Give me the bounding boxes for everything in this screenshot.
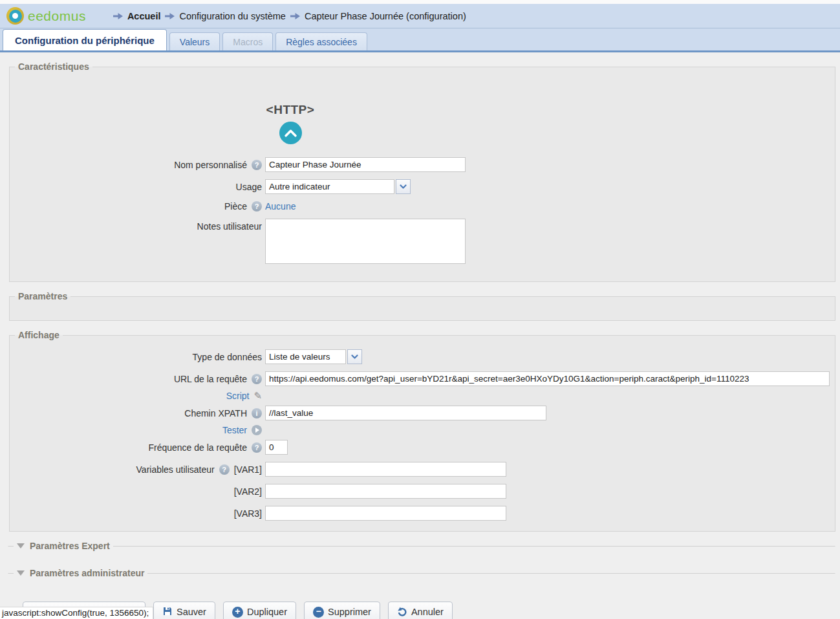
info-icon[interactable]: i [252,408,262,418]
help-icon[interactable]: ? [252,201,262,212]
section-parametres-administrateur: Paramètres administrateur [8,568,835,586]
section-caracteristiques: Caractéristiques <HTTP> Nom personnalisé… [9,61,835,282]
piece-label: Pièce [224,201,247,212]
breadcrumb-current-page: Capteur Phase Journée (configuration) [305,11,466,21]
help-icon[interactable]: ? [252,160,262,170]
tab-configuration-du-peripherique[interactable]: Configuration du périphérique [3,29,167,50]
frequence-input[interactable] [265,440,288,455]
parametres-expert-toggle[interactable]: Paramètres Expert [14,541,113,551]
section-parametres-expert: Paramètres Expert [8,541,835,559]
url-requete-input[interactable] [265,371,830,386]
supprimer-label: Supprimer [328,607,371,617]
device-chevron-up-icon[interactable] [279,122,302,144]
tab-bar: Configuration du périphérique Valeurs Ma… [0,28,840,50]
field-row-usage: Usage [10,179,835,194]
var2-input[interactable] [265,484,506,499]
play-icon[interactable] [252,425,262,435]
breadcrumb-configuration-systeme[interactable]: Configuration du système [179,11,285,21]
script-link[interactable]: Script [226,391,250,401]
chemin-xpath-label: Chemin XPATH [184,408,247,418]
annuler-label: Annuler [411,607,444,617]
var3-input[interactable] [265,506,506,521]
type-donnees-label: Type de données [193,352,262,362]
tab-macros: Macros [222,32,273,50]
field-row-url-requete: URL de la requête ? [10,371,835,386]
variables-utilisateur-label: Variables utilisateur [136,464,215,475]
section-affichage: Affichage Type de données URL de la requ… [9,330,835,532]
tab-underline [0,50,840,52]
field-row-var2: [VAR2] [10,484,835,499]
nom-personnalise-label: Nom personnalisé [174,160,247,170]
triangle-down-icon[interactable] [17,570,25,576]
field-row-var1: Variables utilisateur ? [VAR1] [10,462,835,477]
main-content: Caractéristiques <HTTP> Nom personnalisé… [0,61,840,586]
notes-utilisateur-textarea[interactable] [265,219,466,264]
parametres-administrateur-toggle[interactable]: Paramètres administrateur [14,568,147,578]
breadcrumb-arrow-icon [113,13,123,20]
var1-label: [VAR1] [234,464,262,475]
type-donnees-select-value[interactable] [265,349,346,364]
annuler-button[interactable]: Annuler [388,602,453,619]
eedomus-logo[interactable]: eedomus [6,7,86,25]
triangle-down-icon[interactable] [17,543,25,548]
undo-icon [397,606,407,618]
tab-valeurs[interactable]: Valeurs [169,32,220,50]
url-requete-label: URL de la requête [174,374,247,384]
field-row-nom-personnalise: Nom personnalisé ? [10,157,835,172]
eedomus-logo-icon [6,7,24,25]
app-header: eedomus Accueil Configuration du système… [0,4,840,28]
field-row-script: Script ✎ [10,389,835,402]
usage-select-value[interactable] [265,179,394,194]
dupliquer-label: Dupliquer [247,607,287,617]
parametres-administrateur-label: Paramètres administrateur [30,568,144,578]
help-icon[interactable]: ? [219,464,230,475]
notes-utilisateur-label: Notes utilisateur [197,221,262,232]
tester-link[interactable]: Tester [222,425,247,435]
caracteristiques-legend: Caractéristiques [15,61,92,72]
plus-circle-icon: + [232,607,243,618]
affichage-legend: Affichage [15,330,63,340]
field-row-chemin-xpath: Chemin XPATH i [10,406,835,420]
minus-circle-icon: − [313,607,324,618]
tab-regles-associees[interactable]: Règles associées [275,32,367,50]
nom-personnalise-input[interactable] [265,157,466,172]
breadcrumb-arrow-icon [290,13,300,20]
save-icon [162,606,173,618]
type-donnees-select[interactable] [265,349,362,364]
sauver-label: Sauver [177,607,206,617]
breadcrumb-accueil[interactable]: Accueil [127,11,161,21]
breadcrumb-arrow-icon [165,13,175,20]
field-row-notes: Notes utilisateur [10,219,835,264]
var1-input[interactable] [265,462,506,477]
section-parametres: Paramètres [9,291,835,321]
status-bar: javascript:showConfig(true, 1356650); [0,607,153,619]
pencil-icon[interactable]: ✎ [253,390,262,402]
piece-aucune-link[interactable]: Aucune [265,201,296,212]
field-row-piece: Pièce ? Aucune [10,201,835,212]
usage-select[interactable] [265,179,411,194]
parametres-expert-label: Paramètres Expert [30,541,110,551]
field-row-tester: Tester [10,424,835,437]
device-icon-block: <HTTP> [252,103,329,144]
chevron-down-icon[interactable] [396,179,411,194]
dupliquer-button[interactable]: + Dupliquer [223,602,296,619]
logo-text: eedomus [28,8,86,24]
var2-label: [VAR2] [234,486,262,497]
field-row-frequence: Fréquence de la requête ? [10,440,835,455]
parametres-legend: Paramètres [15,291,70,301]
frequence-label: Fréquence de la requête [148,442,247,453]
chemin-xpath-input[interactable] [265,406,546,420]
breadcrumb: Accueil Configuration du système Capteur… [113,11,466,21]
help-icon[interactable]: ? [252,442,262,453]
device-type-label: <HTTP> [252,103,329,117]
help-icon[interactable]: ? [252,374,262,384]
usage-label: Usage [236,182,262,192]
chevron-down-icon[interactable] [347,349,362,364]
field-row-var3: [VAR3] [10,506,835,521]
var3-label: [VAR3] [234,508,262,519]
sauver-button[interactable]: Sauver [153,602,215,619]
field-row-type-donnees: Type de données [10,349,835,364]
supprimer-button[interactable]: − Supprimer [304,602,380,619]
